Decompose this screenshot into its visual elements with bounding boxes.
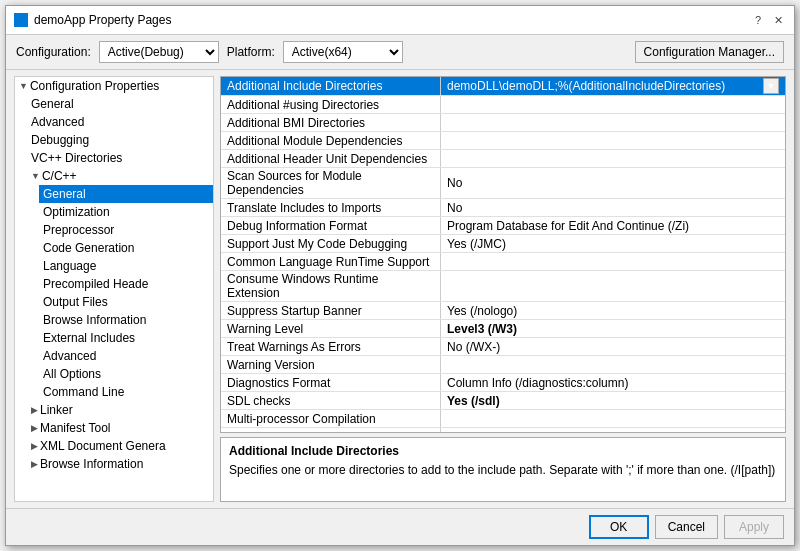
prop-value <box>441 132 785 149</box>
sidebar-item-cpp-optimization[interactable]: Optimization <box>39 203 213 221</box>
sidebar-item-cpp-general[interactable]: General <box>39 185 213 203</box>
table-row[interactable]: Scan Sources for Module Dependencies No <box>221 168 785 199</box>
sidebar-item-cpp-cmdline[interactable]: Command Line <box>39 383 213 401</box>
prop-name: Support Just My Code Debugging <box>221 235 441 252</box>
sidebar-item-vcpp[interactable]: VC++ Directories <box>27 149 213 167</box>
sidebar-item-cpp-alloptions[interactable]: All Options <box>39 365 213 383</box>
dropdown-button[interactable]: ▼ <box>763 78 779 94</box>
prop-value: No <box>441 168 785 198</box>
sidebar-item-cpp-precompiled-label: Precompiled Heade <box>43 277 148 291</box>
table-row[interactable]: Warning Version <box>221 356 785 374</box>
prop-value <box>441 150 785 167</box>
table-row[interactable]: Additional Module Dependencies <box>221 132 785 150</box>
sidebar-item-browse[interactable]: ▶ Browse Information <box>27 455 213 473</box>
ok-button[interactable]: OK <box>589 515 649 539</box>
table-row[interactable]: Additional #using Directories <box>221 96 785 114</box>
xmldoc-arrow: ▶ <box>31 441 38 451</box>
prop-value <box>441 410 785 427</box>
table-row[interactable]: Diagnostics Format Column Info (/diagnos… <box>221 374 785 392</box>
sidebar-item-cpp-external[interactable]: External Includes <box>39 329 213 347</box>
sidebar-root[interactable]: ▼ Configuration Properties <box>15 77 213 95</box>
sidebar-item-vcpp-label: VC++ Directories <box>31 151 122 165</box>
sidebar-item-cpp-general-label: General <box>43 187 86 201</box>
table-row[interactable]: Warning Level Level3 (/W3) <box>221 320 785 338</box>
table-row[interactable]: Treat Warnings As Errors No (/WX-) <box>221 338 785 356</box>
sidebar-item-cpp-precompiled[interactable]: Precompiled Heade <box>39 275 213 293</box>
linker-arrow: ▶ <box>31 405 38 415</box>
footer: OK Cancel Apply <box>6 508 794 545</box>
cpp-arrow: ▼ <box>31 171 40 181</box>
apply-button[interactable]: Apply <box>724 515 784 539</box>
sidebar-item-cpp-codegeneration[interactable]: Code Generation <box>39 239 213 257</box>
table-row[interactable]: Consume Windows Runtime Extension <box>221 271 785 302</box>
table-row[interactable]: Translate Includes to Imports No <box>221 199 785 217</box>
config-bar: Configuration: Active(Debug) Platform: A… <box>6 35 794 70</box>
sidebar-item-cpp-output[interactable]: Output Files <box>39 293 213 311</box>
sidebar-item-cpp-cmdline-label: Command Line <box>43 385 124 399</box>
sidebar-item-cpp-browse-label: Browse Information <box>43 313 146 327</box>
sidebar-item-browse-label: Browse Information <box>40 457 143 471</box>
table-row[interactable]: Support Just My Code Debugging Yes (/JMC… <box>221 235 785 253</box>
cancel-button[interactable]: Cancel <box>655 515 718 539</box>
prop-value: Program Database for Edit And Continue (… <box>441 217 785 234</box>
sidebar-item-advanced[interactable]: Advanced <box>27 113 213 131</box>
prop-value-text: demoDLL\demoDLL;%(AdditionalIncludeDirec… <box>447 79 725 93</box>
sidebar-item-advanced-label: Advanced <box>31 115 84 129</box>
table-row[interactable]: Additional BMI Directories <box>221 114 785 132</box>
browse-arrow: ▶ <box>31 459 38 469</box>
sidebar-item-cpp-external-label: External Includes <box>43 331 135 345</box>
help-button[interactable]: ? <box>750 12 766 28</box>
config-manager-button[interactable]: Configuration Manager... <box>635 41 784 63</box>
manifest-arrow: ▶ <box>31 423 38 433</box>
close-button[interactable]: ✕ <box>770 12 786 28</box>
right-panel: Additional Include Directories demoDLL\d… <box>220 76 786 502</box>
sidebar-item-xmldoc-label: XML Document Genera <box>40 439 166 453</box>
platform-label: Platform: <box>227 45 275 59</box>
sidebar-item-cpp-advanced2[interactable]: Advanced <box>39 347 213 365</box>
main-content: ▼ Configuration Properties General Advan… <box>6 70 794 508</box>
title-bar: demoApp Property Pages ? ✕ <box>6 6 794 35</box>
prop-name: Diagnostics Format <box>221 374 441 391</box>
prop-name: Additional Module Dependencies <box>221 132 441 149</box>
sidebar-root-label: Configuration Properties <box>30 79 159 93</box>
table-row[interactable]: Additional Include Directories demoDLL\d… <box>221 77 785 96</box>
prop-value <box>441 356 785 373</box>
app-icon <box>14 13 28 27</box>
title-bar-left: demoApp Property Pages <box>14 13 171 27</box>
table-row[interactable]: Multi-processor Compilation <box>221 410 785 428</box>
sidebar-item-cpp[interactable]: ▼ C/C++ <box>27 167 213 185</box>
sidebar-item-manifest[interactable]: ▶ Manifest Tool <box>27 419 213 437</box>
prop-value <box>441 114 785 131</box>
prop-name: Translate Includes to Imports <box>221 199 441 216</box>
prop-value: No <box>441 199 785 216</box>
sidebar-item-xmldoc[interactable]: ▶ XML Document Genera <box>27 437 213 455</box>
description-title: Additional Include Directories <box>229 444 777 458</box>
table-row[interactable]: Common Language RunTime Support <box>221 253 785 271</box>
sidebar-item-general[interactable]: General <box>27 95 213 113</box>
prop-value-additional-include: demoDLL\demoDLL;%(AdditionalIncludeDirec… <box>441 77 785 95</box>
sidebar-item-cpp-language[interactable]: Language <box>39 257 213 275</box>
prop-name-additional-include: Additional Include Directories <box>221 77 441 95</box>
table-row[interactable]: Additional Header Unit Dependencies <box>221 150 785 168</box>
prop-value: No <box>441 428 785 433</box>
table-row[interactable]: Suppress Startup Banner Yes (/nologo) <box>221 302 785 320</box>
configuration-select[interactable]: Active(Debug) <box>99 41 219 63</box>
table-row[interactable]: Debug Information Format Program Databas… <box>221 217 785 235</box>
sidebar-item-linker[interactable]: ▶ Linker <box>27 401 213 419</box>
sidebar-item-debugging[interactable]: Debugging <box>27 131 213 149</box>
prop-name: Debug Information Format <box>221 217 441 234</box>
table-row[interactable]: Enable Address Sanitizer No <box>221 428 785 433</box>
prop-name: Suppress Startup Banner <box>221 302 441 319</box>
root-arrow: ▼ <box>19 81 28 91</box>
sidebar-item-cpp-preprocessor[interactable]: Preprocessor <box>39 221 213 239</box>
sidebar-item-cpp-browse[interactable]: Browse Information <box>39 311 213 329</box>
sidebar-item-linker-label: Linker <box>40 403 73 417</box>
sidebar-item-manifest-label: Manifest Tool <box>40 421 110 435</box>
description-panel: Additional Include Directories Specifies… <box>220 437 786 502</box>
platform-select[interactable]: Active(x64) <box>283 41 403 63</box>
table-row[interactable]: SDL checks Yes (/sdl) <box>221 392 785 410</box>
title-bar-controls: ? ✕ <box>750 12 786 28</box>
prop-name: Additional #using Directories <box>221 96 441 113</box>
sidebar-item-cpp-label: C/C++ <box>42 169 77 183</box>
prop-value-with-dropdown: demoDLL\demoDLL;%(AdditionalIncludeDirec… <box>447 78 779 94</box>
